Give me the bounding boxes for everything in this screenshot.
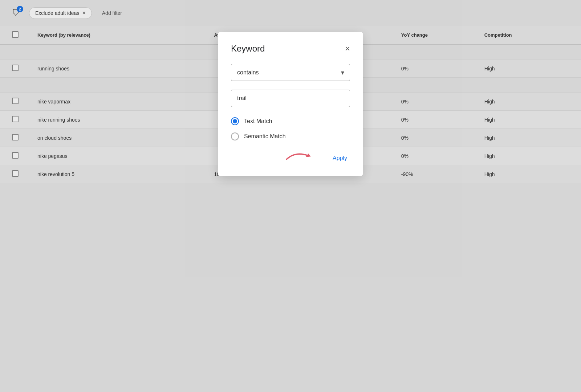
- yoy-nike-running-shoes: 0%: [394, 111, 477, 129]
- competition-nike-pegasus: High: [477, 147, 581, 165]
- header-check[interactable]: [0, 26, 30, 44]
- top-bar: ⛉ 2 Exclude adult ideas × Add filter: [0, 0, 581, 26]
- keyword-filter-modal: Keyword × contains does not contain equa…: [218, 32, 363, 176]
- checkbox-nike-revolution-5[interactable]: [12, 170, 19, 177]
- header-competition[interactable]: Competition: [477, 26, 581, 44]
- keyword-nike-running-shoes: nike running shoes: [30, 111, 207, 129]
- row-check[interactable]: [0, 165, 30, 183]
- row-check[interactable]: [0, 147, 30, 165]
- keyword-on-cloud-shoes: on cloud shoes: [30, 129, 207, 147]
- modal-title: Keyword: [231, 44, 265, 54]
- checkbox-nike-pegasus[interactable]: [12, 152, 19, 159]
- radio-text-match[interactable]: Text Match: [231, 117, 350, 125]
- keyword-text-input[interactable]: [231, 90, 350, 107]
- yoy-nike-vapormax: 0%: [394, 93, 477, 111]
- arrow-svg: [285, 149, 317, 162]
- yoy-nike-pegasus: 0%: [394, 147, 477, 165]
- modal-close-button[interactable]: ×: [345, 44, 350, 53]
- competition-nike-vapormax: High: [477, 93, 581, 111]
- modal-header: Keyword ×: [231, 44, 350, 54]
- keyword-running-shoes: running shoes: [30, 60, 207, 78]
- chip-close-icon[interactable]: ×: [82, 10, 85, 16]
- header-checkbox[interactable]: [12, 31, 19, 38]
- filter-badge: 2: [17, 6, 23, 12]
- radio-outer-text-match: [231, 117, 239, 125]
- row-check[interactable]: [0, 60, 30, 78]
- radio-label-text-match: Text Match: [244, 118, 272, 124]
- row-check[interactable]: [0, 111, 30, 129]
- competition-on-cloud-shoes: High: [477, 129, 581, 147]
- row-check[interactable]: [0, 93, 30, 111]
- checkbox-on-cloud-shoes[interactable]: [12, 134, 19, 140]
- radio-label-semantic-match: Semantic Match: [244, 133, 286, 140]
- apply-button[interactable]: Apply: [330, 154, 350, 163]
- keyword-nike-pegasus: nike pegasus: [30, 147, 207, 165]
- chip-label: Exclude adult ideas: [35, 10, 79, 16]
- checkbox-nike-vapormax[interactable]: [12, 98, 19, 104]
- header-yoy[interactable]: YoY change: [394, 26, 477, 44]
- competition-nike-revolution-5: High: [477, 165, 581, 183]
- yoy-nike-revolution-5: -90%: [394, 165, 477, 183]
- yoy-on-cloud-shoes: 0%: [394, 129, 477, 147]
- filter-icon-wrapper[interactable]: ⛉ 2: [9, 6, 23, 20]
- add-filter-button[interactable]: Add filter: [98, 8, 126, 18]
- checkbox-running-shoes[interactable]: [12, 65, 19, 71]
- competition-running-shoes: High: [477, 60, 581, 78]
- radio-outer-semantic-match: [231, 132, 239, 140]
- yoy-running-shoes: 0%: [394, 60, 477, 78]
- apply-arrow-hint: [285, 149, 317, 162]
- header-keyword[interactable]: Keyword (by relevance): [30, 26, 207, 44]
- radio-semantic-match[interactable]: Semantic Match: [231, 132, 350, 140]
- match-type-radio-group: Text Match Semantic Match: [231, 117, 350, 140]
- condition-select-wrapper: contains does not contain equals starts …: [231, 64, 350, 81]
- competition-nike-running-shoes: High: [477, 111, 581, 129]
- modal-footer: Apply: [231, 154, 350, 163]
- exclude-adult-chip[interactable]: Exclude adult ideas ×: [29, 7, 92, 19]
- row-check[interactable]: [0, 129, 30, 147]
- keyword-nike-vapormax: nike vapormax: [30, 93, 207, 111]
- radio-inner-text-match: [233, 119, 237, 123]
- keyword-nike-revolution-5: nike revolution 5: [30, 165, 207, 183]
- checkbox-nike-running-shoes[interactable]: [12, 116, 19, 122]
- condition-select[interactable]: contains does not contain equals starts …: [231, 64, 350, 81]
